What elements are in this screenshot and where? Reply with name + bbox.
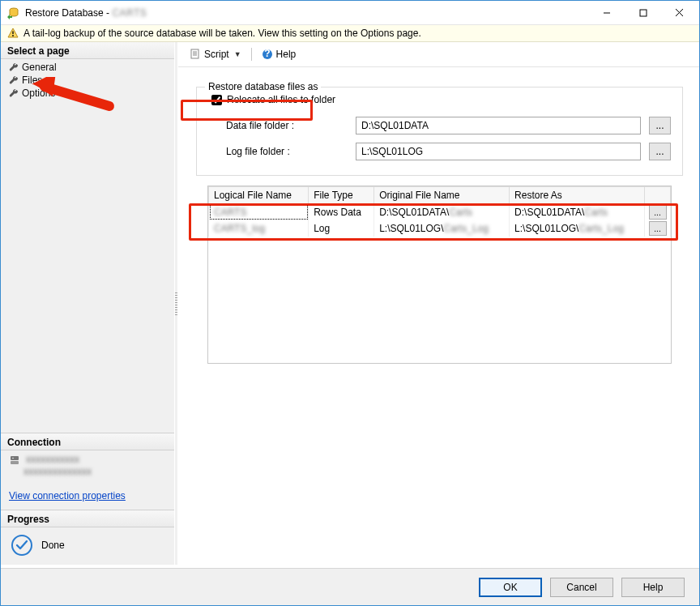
- page-general[interactable]: General: [1, 61, 174, 74]
- left-pane: Select a page General Files Options Conn…: [1, 42, 174, 565]
- separator: [251, 48, 252, 61]
- relocate-label: Relocate all files to folder: [227, 94, 335, 105]
- server-icon: [9, 454, 20, 466]
- svg-point-6: [12, 35, 14, 36]
- progress-body: Done: [1, 527, 174, 565]
- connection-header: Connection: [1, 433, 174, 450]
- svg-rect-8: [11, 461, 19, 464]
- row-browse-button[interactable]: ...: [649, 205, 667, 220]
- table-row[interactable]: CARTS_log Log L:\SQL01LOG\Carts_Log L:\S…: [209, 220, 671, 237]
- script-dropdown[interactable]: Script ▼: [186, 47, 245, 62]
- help-label: Help: [276, 49, 297, 60]
- col-restoreas[interactable]: Restore As: [510, 187, 645, 204]
- relocate-checkbox[interactable]: [211, 95, 222, 105]
- help-button[interactable]: Help: [621, 578, 685, 597]
- page-label: Files: [22, 75, 42, 86]
- help-icon: ?: [262, 49, 273, 60]
- col-filetype[interactable]: File Type: [309, 187, 374, 204]
- progress-status: Done: [41, 540, 65, 551]
- warning-bar: A tail-log backup of the source database…: [1, 25, 699, 42]
- view-connection-link[interactable]: View connection properties: [9, 490, 126, 501]
- data-folder-input[interactable]: [356, 117, 641, 134]
- svg-point-10: [12, 536, 32, 555]
- connection-info: xxxxxxxxxxx xxxxxxxxxxxxxx: [1, 450, 174, 487]
- page-files[interactable]: Files: [1, 74, 174, 87]
- row-browse-button[interactable]: ...: [649, 221, 667, 236]
- data-browse-button[interactable]: ...: [649, 117, 671, 134]
- svg-text:?: ?: [264, 49, 270, 59]
- svg-point-9: [12, 458, 14, 459]
- warning-icon: [7, 28, 19, 39]
- wrench-icon: [9, 75, 19, 85]
- help-button[interactable]: ? Help: [258, 47, 300, 62]
- svg-rect-7: [11, 456, 19, 460]
- window-title: Restore Database - CARTS: [25, 7, 588, 19]
- wrench-icon: [9, 88, 19, 98]
- restore-icon: [7, 6, 20, 19]
- log-folder-label: Log file folder :: [226, 146, 348, 157]
- page-label: General: [22, 62, 57, 73]
- titlebar: Restore Database - CARTS: [1, 1, 699, 25]
- progress-header: Progress: [1, 510, 174, 527]
- wrench-icon: [9, 62, 19, 72]
- log-browse-button[interactable]: ...: [649, 143, 671, 160]
- maximize-button[interactable]: [625, 2, 661, 24]
- select-page-header: Select a page: [1, 42, 174, 59]
- col-original[interactable]: Original File Name: [374, 187, 510, 204]
- warning-text: A tail-log backup of the source database…: [23, 28, 421, 39]
- ok-button[interactable]: OK: [479, 578, 542, 597]
- page-options[interactable]: Options: [1, 87, 174, 100]
- relocate-checkbox-row[interactable]: Relocate all files to folder: [208, 94, 671, 113]
- restore-files-group: Restore database files as Relocate all f…: [196, 87, 683, 176]
- log-folder-row: Log file folder : ...: [208, 139, 671, 165]
- data-folder-row: Data file folder : ...: [208, 113, 671, 139]
- right-pane: Script ▼ ? Help Restore database files a…: [178, 42, 699, 565]
- script-icon: [190, 49, 201, 60]
- log-folder-input[interactable]: [356, 143, 641, 160]
- col-logical[interactable]: Logical File Name: [209, 187, 309, 204]
- files-table: Logical File Name File Type Original Fil…: [207, 186, 672, 364]
- data-folder-label: Data file folder :: [226, 120, 348, 131]
- svg-rect-2: [640, 10, 647, 16]
- table-row[interactable]: CARTS Rows Data D:\SQL01DATA\Carts D:\SQ…: [209, 204, 671, 221]
- toolbar-strip: Script ▼ ? Help: [178, 42, 699, 67]
- button-bar: OK Cancel Help: [1, 568, 699, 605]
- col-action: [645, 187, 671, 204]
- cancel-button[interactable]: Cancel: [550, 578, 613, 597]
- minimize-button[interactable]: [588, 2, 625, 24]
- close-button[interactable]: [661, 2, 698, 24]
- done-check-icon: [11, 534, 33, 557]
- script-label: Script: [204, 49, 229, 60]
- chevron-down-icon: ▼: [234, 50, 241, 58]
- page-label: Options: [22, 87, 55, 99]
- group-legend: Restore database files as: [205, 81, 321, 92]
